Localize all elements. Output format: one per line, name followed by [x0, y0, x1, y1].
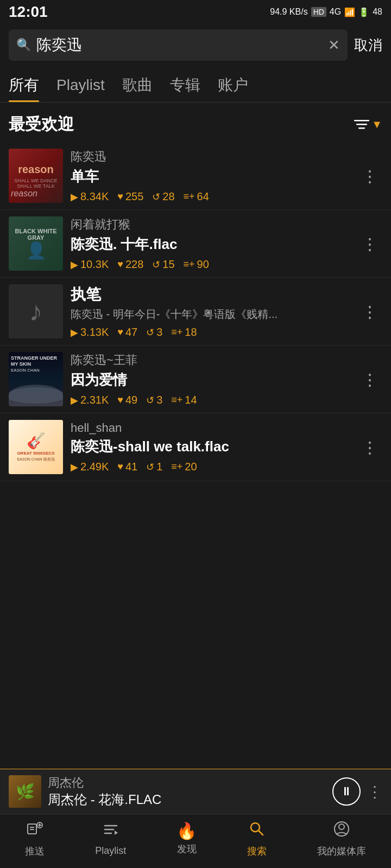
search-clear-button[interactable]: ✕	[328, 37, 340, 54]
tab-all[interactable]: 所有	[9, 66, 39, 102]
tab-account[interactable]: 账户	[218, 66, 248, 102]
song-title-3: 执笔	[71, 284, 304, 305]
like-count-2: ♥ 228	[117, 258, 143, 271]
svg-rect-0	[354, 120, 369, 122]
svg-rect-2	[358, 127, 365, 129]
play-count-3: ▶ 3.13K	[71, 326, 109, 339]
song-title-5: 陈奕迅-shall we talk.flac	[71, 437, 304, 456]
status-bar: 12:01 94.9 KB/s HD 4G 📶 🔋 48	[0, 0, 391, 24]
nav-search-label: 搜索	[247, 845, 267, 858]
play-count-2: ▶ 10.3K	[71, 258, 109, 271]
filter-button[interactable]: ▼	[354, 118, 382, 131]
library-icon	[332, 820, 351, 843]
now-playing-controls: ⏸ ⋮	[332, 777, 382, 806]
now-playing-menu[interactable]: ⋮	[367, 783, 382, 801]
song-thumb-2: BLACK WHITE GRAY 👤	[9, 216, 63, 271]
song-list: reason SHALL WE DANCESHALL WE TALK 陈奕迅 单…	[0, 142, 391, 481]
nav-push-label: 推送	[25, 845, 45, 858]
4g-icon: 4G	[330, 7, 341, 17]
nav-library-label: 我的媒体库	[317, 845, 366, 858]
song-stats-4: ▶ 2.31K ♥ 49 ↺ 3 ≡+ 14	[71, 394, 350, 406]
song-info-2: 闲着就打猴 陈奕迅. 十年.flac ▶ 10.3K ♥ 228 ↺ 15 ≡+…	[71, 216, 350, 271]
section-title: 最受欢迎	[9, 113, 74, 136]
song-thumb-3: ♪	[9, 284, 63, 339]
search-bar: 🔍 陈奕迅 ✕ 取消	[0, 24, 391, 66]
song-stats-1: ▶ 8.34K ♥ 255 ↺ 28 ≡+ 64	[71, 190, 350, 203]
status-time: 12:01	[9, 3, 48, 21]
song-menu-3[interactable]: ⋮	[357, 298, 382, 326]
search-input-container[interactable]: 🔍 陈奕迅 ✕	[9, 29, 348, 61]
tab-bar: 所有 Playlist 歌曲 专辑 账户	[0, 66, 391, 103]
like-count-3: ♥ 47	[117, 326, 137, 339]
add-count-2: ≡+ 90	[184, 258, 209, 271]
pause-button[interactable]: ⏸	[332, 777, 361, 806]
discover-icon: 🔥	[176, 821, 197, 840]
playlist-icon	[102, 820, 120, 843]
like-count-1: ♥ 255	[117, 190, 143, 203]
now-playing-artist: 周杰伦	[48, 775, 326, 791]
song-menu-5[interactable]: ⋮	[357, 433, 382, 461]
svg-line-14	[258, 831, 263, 835]
song-info-1: 陈奕迅 单车 ▶ 8.34K ♥ 255 ↺ 28 ≡+ 64	[71, 149, 350, 203]
hd-badge: HD	[311, 7, 326, 17]
svg-point-16	[339, 824, 344, 829]
share-count-1: ↺ 28	[152, 190, 174, 203]
svg-marker-12	[115, 831, 118, 835]
song-title-1: 单车	[71, 167, 304, 186]
bottom-nav: 推送 Playlist 🔥 发现 搜索	[0, 814, 391, 868]
song-menu-2[interactable]: ⋮	[357, 230, 382, 258]
nav-push[interactable]: 推送	[25, 820, 45, 858]
play-count-4: ▶ 2.31K	[71, 394, 109, 406]
nav-playlist-label: Playlist	[95, 845, 126, 857]
search-nav-icon	[248, 820, 266, 843]
battery-level: 48	[373, 7, 382, 17]
push-icon	[26, 820, 44, 843]
tab-songs[interactable]: 歌曲	[122, 66, 153, 102]
add-count-5: ≡+ 20	[171, 461, 197, 473]
search-icon: 🔍	[16, 38, 31, 52]
now-playing-info: 周杰伦 周杰伦 - 花海.FLAC	[48, 775, 326, 808]
filter-icon	[354, 119, 369, 131]
song-stats-5: ▶ 2.49K ♥ 41 ↺ 1 ≡+ 20	[71, 461, 350, 473]
song-item-1[interactable]: reason SHALL WE DANCESHALL WE TALK 陈奕迅 单…	[0, 142, 391, 210]
song-uploader-1: 陈奕迅	[71, 149, 350, 165]
add-count-1: ≡+ 64	[184, 190, 209, 203]
nav-library[interactable]: 我的媒体库	[317, 820, 366, 858]
tab-albums[interactable]: 专辑	[170, 66, 200, 102]
song-menu-4[interactable]: ⋮	[357, 366, 382, 393]
song-uploader-3: 陈奕迅 - 明年今日-《十年》粤语版《贱精...	[71, 307, 304, 322]
song-info-5: hell_shan 陈奕迅-shall we talk.flac ▶ 2.49K…	[71, 421, 350, 473]
song-item-4[interactable]: STRANGER UNDER MY SKINEASON CHAN 陈奕迅~王菲 …	[0, 346, 391, 413]
song-item-5[interactable]: 🎸 GREAT 5000SECS EASON CHAN 陈奕迅 hell_sha…	[0, 413, 391, 481]
now-playing-bar: 🌿 周杰伦 周杰伦 - 花海.FLAC ⏸ ⋮	[0, 769, 391, 814]
add-count-3: ≡+ 18	[171, 326, 197, 339]
filter-arrow: ▼	[371, 118, 382, 131]
search-cancel-button[interactable]: 取消	[354, 36, 382, 55]
add-count-4: ≡+ 14	[171, 394, 197, 406]
song-item-3[interactable]: ♪ 执笔 陈奕迅 - 明年今日-《十年》粤语版《贱精... ▶ 3.13K ♥ …	[0, 278, 391, 346]
play-count-5: ▶ 2.49K	[71, 461, 109, 473]
tab-playlist[interactable]: Playlist	[56, 68, 105, 100]
song-thumb-4: STRANGER UNDER MY SKINEASON CHAN	[9, 352, 63, 406]
song-thumb-5: 🎸 GREAT 5000SECS EASON CHAN 陈奕迅	[9, 420, 63, 474]
nav-playlist[interactable]: Playlist	[95, 820, 126, 857]
now-playing-thumb: 🌿	[9, 775, 41, 808]
song-item-2[interactable]: BLACK WHITE GRAY 👤 闲着就打猴 陈奕迅. 十年.flac ▶ …	[0, 210, 391, 278]
section-header: 最受欢迎 ▼	[0, 103, 391, 142]
battery-icon: 🔋	[358, 7, 369, 17]
song-uploader-5: hell_shan	[71, 421, 350, 435]
song-uploader-4: 陈奕迅~王菲	[71, 352, 350, 368]
nav-search[interactable]: 搜索	[247, 820, 267, 858]
share-count-5: ↺ 1	[146, 461, 162, 473]
search-query[interactable]: 陈奕迅	[36, 35, 323, 55]
song-title-2: 陈奕迅. 十年.flac	[71, 235, 304, 254]
share-count-4: ↺ 3	[146, 394, 162, 406]
nav-discover[interactable]: 🔥 发现	[176, 821, 197, 856]
nav-discover-label: 发现	[177, 843, 197, 856]
song-info-4: 陈奕迅~王菲 因为爱情 ▶ 2.31K ♥ 49 ↺ 3 ≡+ 14	[71, 352, 350, 406]
signal-icon: 📶	[344, 7, 355, 17]
share-count-2: ↺ 15	[152, 258, 174, 271]
song-stats-2: ▶ 10.3K ♥ 228 ↺ 15 ≡+ 90	[71, 258, 350, 271]
song-title-4: 因为爱情	[71, 371, 304, 390]
song-menu-1[interactable]: ⋮	[357, 162, 382, 190]
